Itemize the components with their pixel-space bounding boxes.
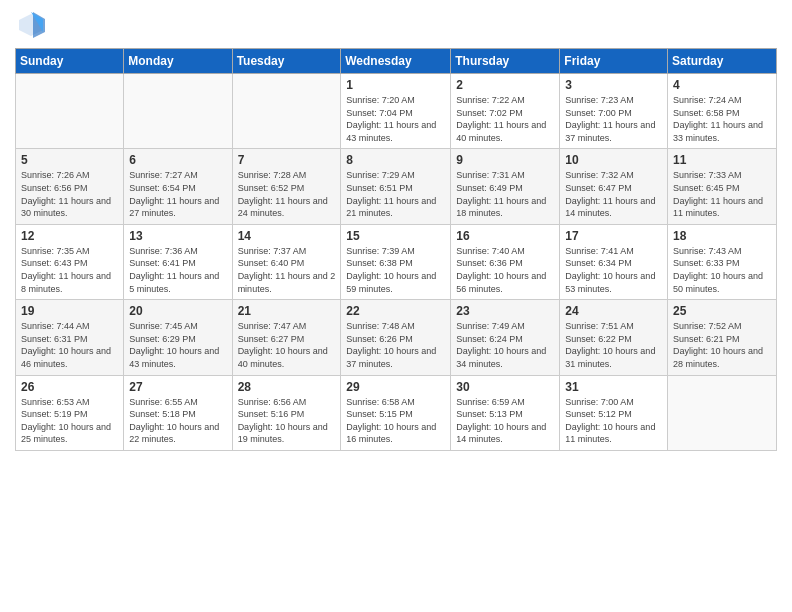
day-number: 17: [565, 229, 662, 243]
calendar-cell: 21Sunrise: 7:47 AM Sunset: 6:27 PM Dayli…: [232, 300, 341, 375]
day-info: Sunrise: 7:40 AM Sunset: 6:36 PM Dayligh…: [456, 245, 554, 295]
calendar-week-row: 26Sunrise: 6:53 AM Sunset: 5:19 PM Dayli…: [16, 375, 777, 450]
day-info: Sunrise: 7:37 AM Sunset: 6:40 PM Dayligh…: [238, 245, 336, 295]
calendar-cell: 20Sunrise: 7:45 AM Sunset: 6:29 PM Dayli…: [124, 300, 232, 375]
calendar-cell: 27Sunrise: 6:55 AM Sunset: 5:18 PM Dayli…: [124, 375, 232, 450]
day-info: Sunrise: 7:24 AM Sunset: 6:58 PM Dayligh…: [673, 94, 771, 144]
day-number: 21: [238, 304, 336, 318]
day-number: 30: [456, 380, 554, 394]
day-info: Sunrise: 7:28 AM Sunset: 6:52 PM Dayligh…: [238, 169, 336, 219]
day-info: Sunrise: 7:33 AM Sunset: 6:45 PM Dayligh…: [673, 169, 771, 219]
day-info: Sunrise: 7:48 AM Sunset: 6:26 PM Dayligh…: [346, 320, 445, 370]
day-number: 2: [456, 78, 554, 92]
calendar-cell: 14Sunrise: 7:37 AM Sunset: 6:40 PM Dayli…: [232, 224, 341, 299]
day-info: Sunrise: 7:47 AM Sunset: 6:27 PM Dayligh…: [238, 320, 336, 370]
calendar-cell: [668, 375, 777, 450]
calendar-cell: 19Sunrise: 7:44 AM Sunset: 6:31 PM Dayli…: [16, 300, 124, 375]
day-of-week-header: Saturday: [668, 49, 777, 74]
day-info: Sunrise: 7:36 AM Sunset: 6:41 PM Dayligh…: [129, 245, 226, 295]
page-header: [15, 10, 777, 38]
day-number: 24: [565, 304, 662, 318]
day-info: Sunrise: 7:39 AM Sunset: 6:38 PM Dayligh…: [346, 245, 445, 295]
calendar-cell: 6Sunrise: 7:27 AM Sunset: 6:54 PM Daylig…: [124, 149, 232, 224]
calendar-cell: 13Sunrise: 7:36 AM Sunset: 6:41 PM Dayli…: [124, 224, 232, 299]
calendar-cell: 23Sunrise: 7:49 AM Sunset: 6:24 PM Dayli…: [451, 300, 560, 375]
calendar-cell: 2Sunrise: 7:22 AM Sunset: 7:02 PM Daylig…: [451, 74, 560, 149]
calendar-table: SundayMondayTuesdayWednesdayThursdayFrid…: [15, 48, 777, 451]
page-container: SundayMondayTuesdayWednesdayThursdayFrid…: [0, 0, 792, 461]
day-number: 6: [129, 153, 226, 167]
day-info: Sunrise: 7:22 AM Sunset: 7:02 PM Dayligh…: [456, 94, 554, 144]
calendar-cell: 31Sunrise: 7:00 AM Sunset: 5:12 PM Dayli…: [560, 375, 668, 450]
calendar-week-row: 12Sunrise: 7:35 AM Sunset: 6:43 PM Dayli…: [16, 224, 777, 299]
day-info: Sunrise: 7:44 AM Sunset: 6:31 PM Dayligh…: [21, 320, 118, 370]
day-of-week-header: Sunday: [16, 49, 124, 74]
calendar-cell: 1Sunrise: 7:20 AM Sunset: 7:04 PM Daylig…: [341, 74, 451, 149]
day-number: 20: [129, 304, 226, 318]
day-number: 23: [456, 304, 554, 318]
calendar-cell: 24Sunrise: 7:51 AM Sunset: 6:22 PM Dayli…: [560, 300, 668, 375]
calendar-cell: 8Sunrise: 7:29 AM Sunset: 6:51 PM Daylig…: [341, 149, 451, 224]
calendar-cell: 12Sunrise: 7:35 AM Sunset: 6:43 PM Dayli…: [16, 224, 124, 299]
calendar-cell: 10Sunrise: 7:32 AM Sunset: 6:47 PM Dayli…: [560, 149, 668, 224]
calendar-cell: 18Sunrise: 7:43 AM Sunset: 6:33 PM Dayli…: [668, 224, 777, 299]
day-number: 8: [346, 153, 445, 167]
calendar-cell: 7Sunrise: 7:28 AM Sunset: 6:52 PM Daylig…: [232, 149, 341, 224]
calendar-week-row: 1Sunrise: 7:20 AM Sunset: 7:04 PM Daylig…: [16, 74, 777, 149]
day-number: 3: [565, 78, 662, 92]
day-number: 19: [21, 304, 118, 318]
logo: [15, 10, 45, 38]
calendar-cell: 26Sunrise: 6:53 AM Sunset: 5:19 PM Dayli…: [16, 375, 124, 450]
day-number: 16: [456, 229, 554, 243]
day-number: 10: [565, 153, 662, 167]
day-info: Sunrise: 6:58 AM Sunset: 5:15 PM Dayligh…: [346, 396, 445, 446]
calendar-cell: 15Sunrise: 7:39 AM Sunset: 6:38 PM Dayli…: [341, 224, 451, 299]
day-number: 5: [21, 153, 118, 167]
day-info: Sunrise: 7:51 AM Sunset: 6:22 PM Dayligh…: [565, 320, 662, 370]
day-of-week-header: Friday: [560, 49, 668, 74]
day-number: 26: [21, 380, 118, 394]
day-info: Sunrise: 7:32 AM Sunset: 6:47 PM Dayligh…: [565, 169, 662, 219]
calendar-cell: 9Sunrise: 7:31 AM Sunset: 6:49 PM Daylig…: [451, 149, 560, 224]
calendar-cell: 25Sunrise: 7:52 AM Sunset: 6:21 PM Dayli…: [668, 300, 777, 375]
day-info: Sunrise: 7:35 AM Sunset: 6:43 PM Dayligh…: [21, 245, 118, 295]
calendar-cell: 29Sunrise: 6:58 AM Sunset: 5:15 PM Dayli…: [341, 375, 451, 450]
day-info: Sunrise: 6:55 AM Sunset: 5:18 PM Dayligh…: [129, 396, 226, 446]
day-number: 12: [21, 229, 118, 243]
logo-icon: [17, 10, 45, 38]
day-of-week-header: Wednesday: [341, 49, 451, 74]
day-number: 29: [346, 380, 445, 394]
calendar-cell: 11Sunrise: 7:33 AM Sunset: 6:45 PM Dayli…: [668, 149, 777, 224]
calendar-week-row: 19Sunrise: 7:44 AM Sunset: 6:31 PM Dayli…: [16, 300, 777, 375]
calendar-cell: 30Sunrise: 6:59 AM Sunset: 5:13 PM Dayli…: [451, 375, 560, 450]
day-number: 28: [238, 380, 336, 394]
day-number: 18: [673, 229, 771, 243]
calendar-header-row: SundayMondayTuesdayWednesdayThursdayFrid…: [16, 49, 777, 74]
day-of-week-header: Tuesday: [232, 49, 341, 74]
day-info: Sunrise: 7:49 AM Sunset: 6:24 PM Dayligh…: [456, 320, 554, 370]
day-number: 25: [673, 304, 771, 318]
calendar-cell: 16Sunrise: 7:40 AM Sunset: 6:36 PM Dayli…: [451, 224, 560, 299]
day-info: Sunrise: 7:31 AM Sunset: 6:49 PM Dayligh…: [456, 169, 554, 219]
calendar-cell: 4Sunrise: 7:24 AM Sunset: 6:58 PM Daylig…: [668, 74, 777, 149]
day-number: 31: [565, 380, 662, 394]
calendar-cell: 5Sunrise: 7:26 AM Sunset: 6:56 PM Daylig…: [16, 149, 124, 224]
day-info: Sunrise: 7:45 AM Sunset: 6:29 PM Dayligh…: [129, 320, 226, 370]
day-number: 4: [673, 78, 771, 92]
day-info: Sunrise: 7:26 AM Sunset: 6:56 PM Dayligh…: [21, 169, 118, 219]
calendar-cell: 3Sunrise: 7:23 AM Sunset: 7:00 PM Daylig…: [560, 74, 668, 149]
day-number: 14: [238, 229, 336, 243]
day-info: Sunrise: 7:43 AM Sunset: 6:33 PM Dayligh…: [673, 245, 771, 295]
calendar-cell: [124, 74, 232, 149]
day-info: Sunrise: 7:23 AM Sunset: 7:00 PM Dayligh…: [565, 94, 662, 144]
day-number: 7: [238, 153, 336, 167]
day-of-week-header: Thursday: [451, 49, 560, 74]
day-number: 9: [456, 153, 554, 167]
day-info: Sunrise: 7:00 AM Sunset: 5:12 PM Dayligh…: [565, 396, 662, 446]
day-number: 1: [346, 78, 445, 92]
day-info: Sunrise: 7:41 AM Sunset: 6:34 PM Dayligh…: [565, 245, 662, 295]
calendar-cell: 28Sunrise: 6:56 AM Sunset: 5:16 PM Dayli…: [232, 375, 341, 450]
day-number: 27: [129, 380, 226, 394]
day-info: Sunrise: 7:29 AM Sunset: 6:51 PM Dayligh…: [346, 169, 445, 219]
day-info: Sunrise: 7:20 AM Sunset: 7:04 PM Dayligh…: [346, 94, 445, 144]
